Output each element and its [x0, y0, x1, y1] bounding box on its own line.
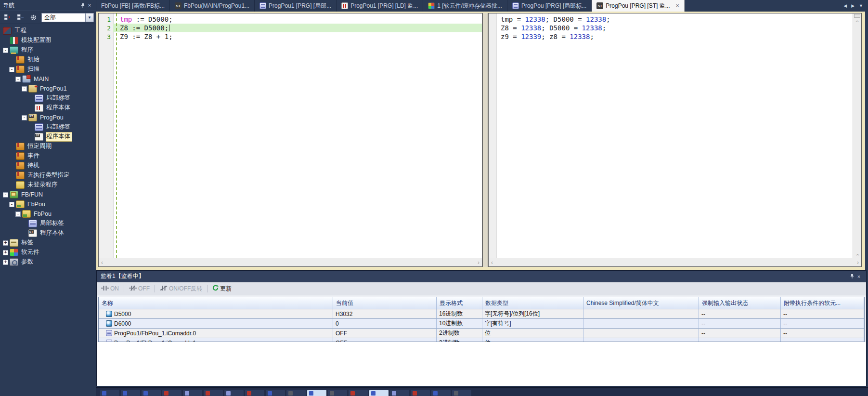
- tree-item[interactable]: 模块配置图: [0, 36, 96, 45]
- window-tab-sliver[interactable]: [183, 390, 202, 396]
- window-tab-sliver[interactable]: [307, 390, 326, 396]
- refresh-button[interactable]: 更新: [211, 284, 233, 293]
- watch-lang-cell[interactable]: [583, 309, 699, 319]
- code-line[interactable]: 1tmp := D5000;: [99, 15, 482, 24]
- tree-item[interactable]: +参数: [0, 257, 96, 267]
- tree-item[interactable]: 事件: [0, 151, 96, 161]
- window-tab-sliver[interactable]: [224, 390, 244, 396]
- tree-item[interactable]: -MAIN: [0, 74, 96, 84]
- window-tab-sliver[interactable]: [286, 390, 306, 396]
- tree-item[interactable]: ST程序本体: [0, 132, 96, 142]
- window-tab-sliver[interactable]: [452, 390, 471, 396]
- watch-name-cell[interactable]: ProgPou1/FbPou_1.iComaddr.0: [99, 329, 333, 338]
- code-line-text[interactable]: tmp := D5000;: [113, 15, 482, 24]
- tab-close-icon[interactable]: ×: [676, 2, 679, 9]
- watch-dtype-cell[interactable]: 位: [482, 338, 583, 342]
- tree-item[interactable]: -STProgPou: [0, 113, 96, 122]
- monitor-vertical-scrollbar[interactable]: ‹ ›: [853, 13, 861, 258]
- pin-icon[interactable]: [79, 2, 86, 9]
- watch-name-cell[interactable]: D5000: [99, 309, 333, 319]
- watch-lang-cell[interactable]: [583, 319, 699, 329]
- watch-format-cell[interactable]: 10进制数: [437, 319, 482, 329]
- tree-expander-icon[interactable]: -: [22, 86, 27, 92]
- watch-cond-cell[interactable]: --: [781, 319, 864, 329]
- document-tab[interactable]: 1 [软元件/缓冲存储器批...: [423, 0, 507, 12]
- tree-item[interactable]: -ProgPou1: [0, 84, 96, 93]
- document-tab[interactable]: ProgPou1 [PRG] [LD] 监...: [337, 0, 423, 12]
- window-tab-sliver[interactable]: [245, 390, 264, 396]
- window-tab-sliver[interactable]: [369, 390, 389, 396]
- tree-item[interactable]: -FbPou: [0, 199, 96, 209]
- tab-list-icon[interactable]: ▼: [859, 3, 863, 8]
- tree-item[interactable]: ST程序本体: [0, 228, 96, 238]
- watch-force-cell[interactable]: --: [699, 338, 781, 342]
- column-header[interactable]: 数据类型: [482, 297, 583, 309]
- tree-filter-value[interactable]: 全部: [41, 13, 86, 22]
- window-tab-sliver[interactable]: [162, 390, 181, 396]
- column-header[interactable]: Chinese Simplified/简体中文: [583, 297, 699, 309]
- editor-splitter[interactable]: [482, 13, 488, 267]
- window-tab-sliver[interactable]: [411, 390, 430, 396]
- tree-expander-icon[interactable]: -: [15, 211, 21, 217]
- scroll-up-icon[interactable]: ‹: [855, 20, 860, 22]
- watch-lang-cell[interactable]: [583, 329, 699, 338]
- code-line[interactable]: 3Z9 := Z8 + 1;: [99, 32, 482, 41]
- window-tab-sliver[interactable]: [142, 390, 161, 396]
- tree-item[interactable]: 局部标签: [0, 93, 96, 103]
- watch-name-cell[interactable]: D6000: [99, 319, 333, 329]
- table-row[interactable]: D5000H303216进制数字[无符号]/位列[16位]----: [99, 309, 864, 319]
- code-line[interactable]: 2Z8 := D5000;: [99, 24, 482, 32]
- watch-cond-cell[interactable]: --: [781, 329, 864, 338]
- scrollbar-split-box[interactable]: [854, 14, 860, 18]
- watch-dtype-cell[interactable]: 字[有符号]: [482, 319, 583, 329]
- watch-dtype-cell[interactable]: 字[无符号]/位列[16位]: [482, 309, 583, 319]
- monitor-horizontal-scrollbar[interactable]: ‹ ›: [489, 258, 861, 266]
- tree-item[interactable]: -FbPou: [0, 209, 96, 219]
- tree-expander-icon[interactable]: +: [3, 240, 8, 246]
- watch-dtype-cell[interactable]: 位: [482, 329, 583, 338]
- window-tab-sliver[interactable]: [431, 390, 451, 396]
- close-icon[interactable]: ×: [86, 2, 93, 9]
- watch-format-cell[interactable]: 2进制数: [437, 338, 482, 342]
- code-line-text[interactable]: Z8 := D5000;: [113, 24, 482, 32]
- watch-cond-cell[interactable]: --: [781, 309, 864, 319]
- code-horizontal-scrollbar[interactable]: ‹ ›: [99, 258, 482, 266]
- window-tab-sliver[interactable]: [100, 390, 119, 396]
- window-tab-sliver[interactable]: [390, 390, 409, 396]
- force-on-button[interactable]: ON: [100, 285, 120, 293]
- tree-item[interactable]: 局部标签: [0, 219, 96, 228]
- window-tab-sliver[interactable]: [328, 390, 347, 396]
- tree-item[interactable]: 无执行类型指定: [0, 171, 96, 180]
- collapse-tree-icon[interactable]: [15, 12, 26, 23]
- column-header[interactable]: 名称: [99, 297, 333, 309]
- document-tab[interactable]: FbPou [FB] [函数/FB标...: [96, 0, 170, 12]
- force-toggle-button[interactable]: ON/OFF反转: [158, 284, 204, 293]
- tree-item[interactable]: +标签: [0, 238, 96, 248]
- document-tab[interactable]: STFbPou(MAIN/ProgPou1...: [170, 0, 255, 12]
- table-row[interactable]: ProgPou1/FbPou_1.iComaddr.0OFF2进制数位----: [99, 329, 864, 338]
- window-tab-sliver[interactable]: [266, 390, 285, 396]
- watch-name-cell[interactable]: ProgPou1/FbPou_1.iComaddr.1: [99, 338, 333, 342]
- column-header[interactable]: 当前值: [333, 297, 437, 309]
- tree-item[interactable]: 工程: [0, 26, 96, 36]
- tree-item[interactable]: -FB/FUN: [0, 190, 96, 199]
- tab-scroll-right-icon[interactable]: ▶: [851, 3, 855, 8]
- pin-icon[interactable]: [849, 273, 855, 280]
- document-tab[interactable]: STProgPou [PRG] [ST] 监...×: [592, 0, 684, 12]
- tree-item[interactable]: 恒定周期: [0, 142, 96, 151]
- chevron-down-icon[interactable]: ▼: [86, 13, 94, 22]
- tree-item[interactable]: 未登录程序: [0, 180, 96, 190]
- watch-cond-cell[interactable]: --: [781, 338, 864, 342]
- tree-item[interactable]: -扫描: [0, 65, 96, 74]
- window-tab-sliver[interactable]: [121, 390, 140, 396]
- tree-item[interactable]: -程序: [0, 45, 96, 55]
- watch-format-cell[interactable]: 2进制数: [437, 329, 482, 338]
- tree-expander-icon[interactable]: -: [15, 77, 21, 82]
- table-row[interactable]: ProgPou1/FbPou_1.iComaddr.1OFF2进制数位----: [99, 338, 864, 342]
- document-tab[interactable]: ProgPou1 [PRG] [局部...: [255, 0, 337, 12]
- watch-value-cell[interactable]: H3032: [333, 309, 437, 319]
- watch-force-cell[interactable]: --: [699, 319, 781, 329]
- st-code-editor[interactable]: 1tmp := D5000;2Z8 := D5000;3Z9 := Z8 + 1…: [99, 13, 482, 258]
- tree-expander-icon[interactable]: -: [3, 192, 8, 198]
- watch-value-cell[interactable]: 0: [333, 319, 437, 329]
